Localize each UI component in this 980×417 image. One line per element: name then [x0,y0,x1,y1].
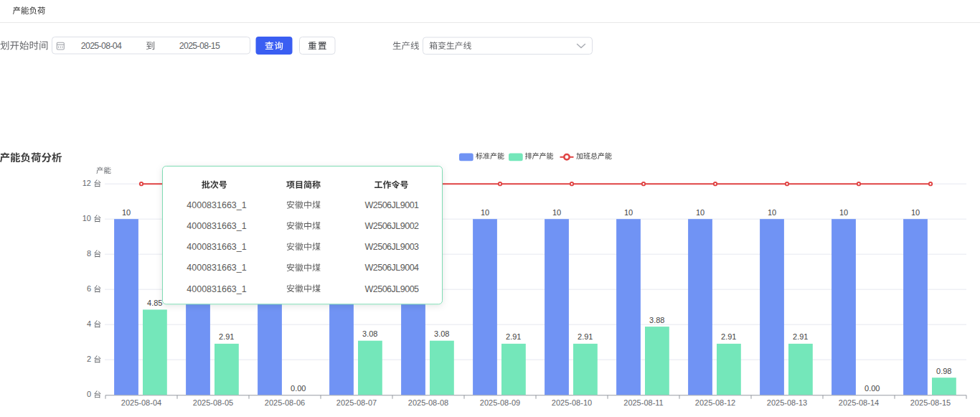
svg-text:2025-08-09: 2025-08-09 [480,398,520,407]
svg-text:2.91: 2.91 [793,332,808,341]
svg-text:2025-08-10: 2025-08-10 [552,398,592,407]
svg-text:10: 10 [768,208,776,217]
svg-text:2025-08-11: 2025-08-11 [623,398,663,407]
svg-text:0.00: 0.00 [291,384,306,393]
svg-text:12: 12 [83,179,91,187]
svg-text:3.88: 3.88 [649,316,664,324]
svg-text:6: 6 [87,284,91,293]
svg-text:2.91: 2.91 [721,332,736,341]
svg-text:W2506JL9002: W2506JL9002 [364,221,419,231]
svg-text:2025-08-04: 2025-08-04 [81,41,122,51]
svg-text:2: 2 [87,355,91,363]
svg-text:W2506JL9004: W2506JL9004 [364,263,419,273]
svg-text:4000831663_1: 4000831663_1 [187,221,246,231]
svg-text:W2506JL9001: W2506JL9001 [364,200,419,210]
svg-text:10: 10 [552,208,561,217]
svg-text:2025-08-14: 2025-08-14 [839,398,879,407]
svg-text:2025-08-07: 2025-08-07 [336,398,377,407]
svg-text:2025-08-06: 2025-08-06 [265,398,305,407]
svg-text:0.98: 0.98 [936,367,951,375]
svg-text:W2506JL9005: W2506JL9005 [364,284,419,294]
svg-text:10: 10 [839,208,848,217]
svg-text:2025-08-12: 2025-08-12 [695,398,735,407]
svg-text:2025-08-04: 2025-08-04 [121,398,161,407]
svg-text:2025-08-05: 2025-08-05 [193,398,233,407]
svg-text:4.85: 4.85 [147,299,162,307]
svg-text:4000831663_1: 4000831663_1 [187,263,246,273]
svg-text:2.91: 2.91 [219,332,234,341]
svg-text:2.91: 2.91 [578,332,593,341]
svg-text:10: 10 [696,208,705,217]
svg-text:10: 10 [624,208,633,217]
svg-text:4000831663_1: 4000831663_1 [187,284,246,294]
svg-text:2025-08-13: 2025-08-13 [767,398,807,407]
svg-text:2025-08-15: 2025-08-15 [910,398,951,407]
svg-text:0.00: 0.00 [864,384,880,393]
svg-text:W2506JL9003: W2506JL9003 [364,242,419,252]
svg-text:4000831663_1: 4000831663_1 [187,200,246,210]
svg-text:10: 10 [83,214,91,222]
svg-text:10: 10 [122,208,131,217]
svg-text:4000831663_1: 4000831663_1 [187,242,246,252]
svg-text:4: 4 [87,319,91,328]
svg-text:2.91: 2.91 [506,332,521,341]
svg-text:3.08: 3.08 [362,329,377,338]
svg-text:0: 0 [87,390,91,398]
svg-text:3.08: 3.08 [434,329,449,338]
svg-text:8: 8 [87,249,91,258]
svg-text:2025-08-15: 2025-08-15 [179,41,220,51]
svg-text:10: 10 [481,208,489,217]
svg-text:10: 10 [911,208,920,217]
svg-text:2025-08-08: 2025-08-08 [408,398,448,407]
